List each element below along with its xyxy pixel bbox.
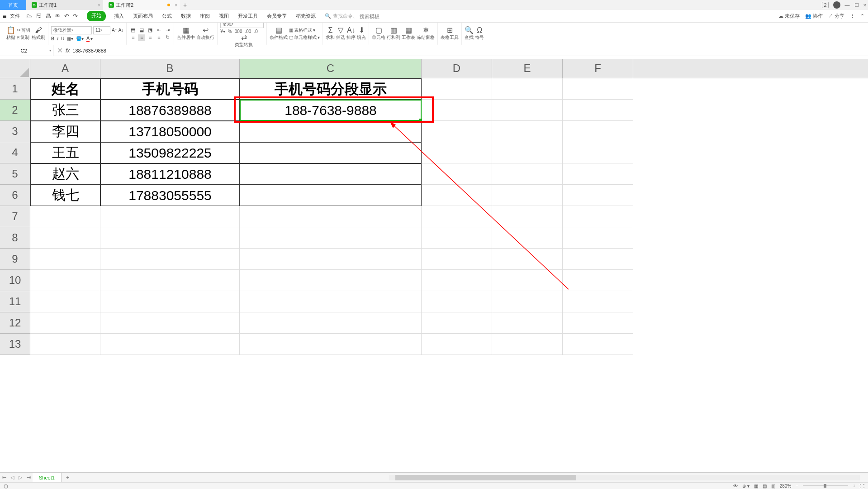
save-icon[interactable]: 🖫: [36, 13, 42, 19]
col-header-b[interactable]: B: [100, 59, 240, 78]
freeze-button[interactable]: ❄冻结窗格: [417, 27, 435, 41]
comma-button[interactable]: 000: [235, 29, 242, 34]
cell-c13[interactable]: [240, 334, 422, 355]
open-icon[interactable]: 🗁: [26, 13, 32, 19]
cell-d7[interactable]: [422, 206, 492, 227]
cell-a13[interactable]: [30, 334, 100, 355]
cell-e8[interactable]: [492, 227, 563, 249]
cell-b3[interactable]: 13718050000: [100, 121, 240, 142]
maximize-button[interactable]: ☐: [854, 2, 859, 8]
zoom-out-button[interactable]: −: [796, 484, 798, 489]
file-menu[interactable]: 文件: [10, 13, 20, 19]
cell-f5[interactable]: [563, 163, 633, 185]
italic-button[interactable]: I: [57, 36, 58, 41]
cell-f12[interactable]: [563, 312, 633, 334]
close-icon[interactable]: ×: [98, 3, 100, 8]
dec-inc-button[interactable]: .00: [245, 29, 251, 34]
scrollbar-thumb[interactable]: [395, 475, 576, 480]
font-shrink-button[interactable]: A↓: [119, 28, 124, 33]
name-box[interactable]: ▾: [0, 45, 53, 56]
sum-button[interactable]: Σ求和: [326, 27, 335, 41]
table-tool-button[interactable]: ⊞表格工具: [441, 27, 459, 41]
currency-button[interactable]: ¥▾: [220, 29, 225, 34]
sheet-button[interactable]: ▦工作表: [402, 27, 415, 41]
filter-button[interactable]: ▽筛选: [336, 27, 345, 41]
sheet-tab-1[interactable]: Sheet1: [33, 473, 62, 482]
cell-e6[interactable]: [492, 185, 563, 206]
cell-e12[interactable]: [492, 312, 563, 334]
cell-b8[interactable]: [100, 227, 240, 249]
undo-icon[interactable]: ↶: [64, 13, 69, 19]
col-header-f[interactable]: F: [563, 59, 633, 78]
tab-member[interactable]: 会员专享: [266, 11, 288, 21]
align-right-button[interactable]: ≡: [147, 34, 154, 41]
preview-icon[interactable]: 👁: [55, 13, 61, 19]
cell-d10[interactable]: [422, 270, 492, 291]
row-header-6[interactable]: 6: [0, 185, 30, 206]
cell-b13[interactable]: [100, 334, 240, 355]
cond-format-button[interactable]: ▤条件格式: [270, 27, 288, 41]
cell-e7[interactable]: [492, 206, 563, 227]
row-header-12[interactable]: 12: [0, 312, 30, 334]
font-grow-button[interactable]: A↑: [112, 28, 117, 33]
tab-insert[interactable]: 插入: [113, 11, 125, 21]
cell-c10[interactable]: [240, 270, 422, 291]
collab-button[interactable]: 👥 协作: [805, 13, 823, 19]
cell-e2[interactable]: [492, 100, 563, 121]
font-name-select[interactable]: 微软雅黑 ▾: [51, 26, 92, 34]
next-sheet-button[interactable]: ▷: [16, 475, 24, 480]
cell-b11[interactable]: [100, 291, 240, 312]
cell-f1[interactable]: [563, 78, 633, 100]
cut-button[interactable]: ✂剪切: [17, 27, 30, 34]
cell-a1[interactable]: 姓名: [30, 78, 100, 100]
align-mid-button[interactable]: ⬓: [138, 27, 145, 34]
tab-resource[interactable]: 稻壳资源: [295, 11, 317, 21]
percent-button[interactable]: %: [228, 29, 232, 34]
copy-button[interactable]: ⎘复制: [17, 34, 30, 41]
find-button[interactable]: 🔍查找: [465, 27, 474, 41]
col-header-a[interactable]: A: [30, 59, 100, 78]
cell-f13[interactable]: [563, 334, 633, 355]
minimize-button[interactable]: —: [845, 2, 850, 8]
cell-c7[interactable]: [240, 206, 422, 227]
cell-a4[interactable]: 王五: [30, 142, 100, 163]
cell-b7[interactable]: [100, 206, 240, 227]
tab-dev[interactable]: 开发工具: [237, 11, 259, 21]
wrap-button[interactable]: ↩自动换行: [196, 27, 214, 41]
row-header-5[interactable]: 5: [0, 163, 30, 185]
cell-d9[interactable]: [422, 249, 492, 270]
col-header-d[interactable]: D: [422, 59, 492, 78]
cell-style-button[interactable]: ▢ 单元格样式▾: [289, 34, 320, 41]
cell-b5[interactable]: 18811210888: [100, 163, 240, 185]
normal-view-button[interactable]: ▦: [754, 484, 758, 489]
workbook2-tab[interactable]: S 工作簿2 ×: [103, 0, 180, 10]
prev-sheet-button[interactable]: ◁: [8, 475, 16, 480]
cell-d13[interactable]: [422, 334, 492, 355]
badge-icon[interactable]: 2: [822, 2, 828, 8]
cell-a3[interactable]: 李四: [30, 121, 100, 142]
cell-button[interactable]: ▢单元格: [372, 27, 385, 41]
cell-c2[interactable]: 188-7638-9888: [240, 100, 422, 121]
cell-f2[interactable]: [563, 100, 633, 121]
more-icon[interactable]: ⋮: [850, 13, 855, 19]
align-left-button[interactable]: ≡: [129, 34, 137, 41]
tab-view[interactable]: 视图: [218, 11, 230, 21]
bold-button[interactable]: B: [51, 36, 54, 41]
status-dialog-icon[interactable]: ▢: [4, 484, 8, 489]
cancel-fx-icon[interactable]: ✕: [57, 46, 63, 55]
row-header-10[interactable]: 10: [0, 270, 30, 291]
cell-e5[interactable]: [492, 163, 563, 185]
cell-c3[interactable]: [240, 121, 422, 142]
redo-icon[interactable]: ↷: [73, 13, 78, 19]
horizontal-scrollbar[interactable]: [389, 475, 860, 480]
search-box[interactable]: 🔍 查找命令、: [325, 13, 414, 19]
name-box-input[interactable]: [0, 48, 47, 53]
close-button[interactable]: ×: [863, 2, 866, 8]
fill-button[interactable]: ⬇填充: [357, 27, 366, 41]
cell-a2[interactable]: 张三: [30, 100, 100, 121]
avatar-icon[interactable]: [833, 1, 840, 9]
cell-b4[interactable]: 13509822225: [100, 142, 240, 163]
font-color-button[interactable]: A▾: [86, 36, 93, 42]
cell-d11[interactable]: [422, 291, 492, 312]
cell-b12[interactable]: [100, 312, 240, 334]
